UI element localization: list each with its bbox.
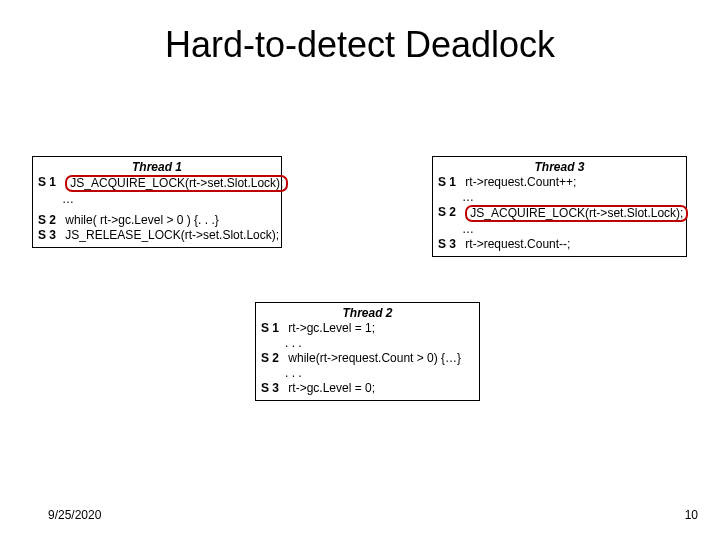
thread3-line4: …: [438, 222, 681, 237]
thread1-line2: …: [38, 192, 276, 207]
line-number: S 2: [438, 205, 462, 220]
code-text: while( rt->gc.Level > 0 ) {. . .}: [65, 213, 218, 228]
code-text: rt->gc.Level = 1;: [288, 321, 375, 336]
line-number: S 1: [38, 175, 62, 190]
line-number: S 3: [438, 237, 462, 252]
thread2-line1: S 1 rt->gc.Level = 1;: [261, 321, 474, 336]
thread1-line3: S 2 while( rt->gc.Level > 0 ) {. . .}: [38, 213, 276, 228]
thread3-line2: …: [438, 190, 681, 205]
thread2-line3: S 2 while(rt->request.Count > 0) {…}: [261, 351, 474, 366]
highlighted-code: JS_ACQUIRE_LOCK(rt->set.Slot.Lock);: [65, 175, 288, 192]
thread2-box: Thread 2 S 1 rt->gc.Level = 1; . . . S 2…: [255, 302, 480, 401]
thread3-line5: S 3 rt->request.Count--;: [438, 237, 681, 252]
thread3-line3: S 2 JS_ACQUIRE_LOCK(rt->set.Slot.Lock);: [438, 205, 681, 222]
line-number: S 2: [261, 351, 285, 366]
line-number: S 3: [38, 228, 62, 243]
line-number: S 1: [261, 321, 285, 336]
footer-page-number: 10: [685, 508, 698, 522]
code-text: …: [462, 190, 474, 205]
code-text: while(rt->request.Count > 0) {…}: [288, 351, 461, 366]
line-number: S 3: [261, 381, 285, 396]
line-number: S 1: [438, 175, 462, 190]
highlighted-code: JS_ACQUIRE_LOCK(rt->set.Slot.Lock);: [465, 205, 688, 222]
thread1-line1: S 1 JS_ACQUIRE_LOCK(rt->set.Slot.Lock);: [38, 175, 276, 192]
code-text: …: [462, 222, 474, 237]
thread3-line1: S 1 rt->request.Count++;: [438, 175, 681, 190]
code-text: rt->request.Count--;: [465, 237, 570, 252]
code-text: …: [62, 192, 74, 207]
thread2-line4: . . .: [261, 366, 474, 381]
thread3-box: Thread 3 S 1 rt->request.Count++; … S 2 …: [432, 156, 687, 257]
code-text: JS_RELEASE_LOCK(rt->set.Slot.Lock);: [65, 228, 279, 243]
thread1-box: Thread 1 S 1 JS_ACQUIRE_LOCK(rt->set.Slo…: [32, 156, 282, 248]
slide-title: Hard-to-detect Deadlock: [0, 24, 720, 66]
code-text: . . .: [285, 366, 302, 381]
code-text: rt->gc.Level = 0;: [288, 381, 375, 396]
thread2-line2: . . .: [261, 336, 474, 351]
code-text: . . .: [285, 336, 302, 351]
thread2-header: Thread 2: [261, 306, 474, 321]
code-text: rt->request.Count++;: [465, 175, 576, 190]
thread1-line4: S 3 JS_RELEASE_LOCK(rt->set.Slot.Lock);: [38, 228, 276, 243]
footer-date: 9/25/2020: [48, 508, 101, 522]
thread2-line5: S 3 rt->gc.Level = 0;: [261, 381, 474, 396]
thread3-header: Thread 3: [438, 160, 681, 175]
thread1-header: Thread 1: [38, 160, 276, 175]
line-number: S 2: [38, 213, 62, 228]
